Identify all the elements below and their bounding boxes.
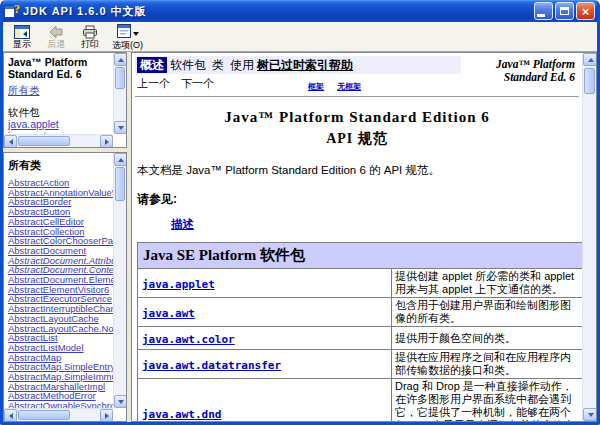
table-row: java.awt.dndDrag 和 Drop 是一种直接操作动作，在许多图形用…: [138, 379, 583, 422]
table-row: java.awt.datatransfer提供在应用程序之间和在应用程序内部传输…: [138, 350, 583, 379]
package-link-list: java.appletjava.awtjava.awt.color: [8, 118, 110, 134]
javadoc-navbar: 概述软件包类使用树已过时索引帮助 上一个 下一个 框架 无框架: [135, 56, 579, 92]
show-pane-button[interactable]: 显示: [5, 23, 39, 51]
printer-icon: [82, 25, 98, 39]
show-pane-icon: [14, 25, 30, 39]
package-description: 提供在应用程序之间和在应用程序内部传输数据的接口和类。: [392, 350, 583, 379]
close-button[interactable]: ×: [576, 2, 595, 20]
package-link[interactable]: java.applet: [142, 278, 215, 291]
package-link[interactable]: java.awt.datatransfer: [142, 359, 281, 372]
sidebar-edition-title: Java™ Platform Standard Ed. 6: [8, 56, 110, 80]
scroll-down-icon[interactable]: [114, 395, 127, 408]
title-bar[interactable]: ? JDK API 1.6.0 中文版 ×: [0, 0, 600, 22]
package-link[interactable]: java.awt.dnd: [142, 408, 221, 421]
options-button[interactable]: 选项(O): [107, 23, 148, 51]
app-window: ? JDK API 1.6.0 中文版 × 显示 后退 打印: [0, 0, 600, 425]
packages-label: 软件包: [8, 106, 110, 118]
nav-tab: 概述: [137, 57, 167, 73]
nav-tab: 使用: [227, 57, 257, 73]
noframes-link[interactable]: 无框架: [337, 82, 361, 91]
class-link[interactable]: AbstractOwnableSynchronizer: [8, 401, 113, 408]
package-cell: java.awt.datatransfer: [138, 350, 392, 379]
nav-tab[interactable]: 已过时: [269, 58, 305, 72]
navbar-divider: [135, 96, 579, 97]
classes-pane-hscrollbar[interactable]: [4, 408, 113, 421]
back-arrow-icon: [48, 25, 64, 39]
package-pane-hscroll-thumb[interactable]: [18, 136, 70, 146]
window-title: JDK API 1.6.0 中文版: [23, 4, 530, 19]
class-link-list: AbstractActionAbstractAnnotationValueVis…: [4, 178, 113, 408]
all-classes-link[interactable]: 所有类: [8, 84, 40, 96]
package-table: Java SE Platform 软件包 java.applet提供创建 app…: [137, 242, 582, 421]
prev-label: 上一个: [137, 77, 170, 89]
table-row: java.awt.color提供用于颜色空间的类。: [138, 327, 583, 350]
package-cell: java.awt.color: [138, 327, 392, 350]
nav-tab: 类: [209, 57, 227, 73]
package-pane-hscrollbar[interactable]: [4, 134, 113, 147]
options-label: 选项(O): [112, 40, 143, 51]
navigation-column: Java™ Platform Standard Ed. 6 所有类 软件包 ja…: [3, 52, 127, 422]
classes-pane-hscroll-thumb[interactable]: [18, 410, 70, 420]
package-cell: java.awt.dnd: [138, 379, 392, 422]
intro-text: 本文档是 Java™ Platform Standard Edition 6 的…: [137, 163, 579, 178]
all-classes-heading: 所有类: [4, 153, 113, 178]
content-vscroll-thumb[interactable]: [584, 68, 595, 94]
package-cell: java.applet: [138, 269, 392, 298]
window-controls: ×: [534, 2, 596, 20]
scroll-right-icon[interactable]: [100, 135, 113, 148]
see-also-label: 请参见:: [137, 191, 579, 208]
package-frame-content: Java™ Platform Standard Ed. 6 所有类 软件包 ja…: [4, 53, 113, 134]
scroll-down-icon[interactable]: [114, 121, 127, 134]
frames-link[interactable]: 框架: [308, 82, 324, 91]
classes-pane-vscrollbar[interactable]: [113, 153, 126, 408]
package-description: 提供用于颜色空间的类。: [392, 327, 583, 350]
scroll-down-icon[interactable]: [583, 408, 597, 421]
page-title: Java™ Platform Standard Edition 6 API 规范: [135, 109, 579, 148]
print-button[interactable]: 打印: [73, 23, 107, 51]
help-book-icon: ?: [4, 4, 19, 19]
nav-tab: 软件包: [167, 57, 209, 73]
client-area: Java™ Platform Standard Ed. 6 所有类 软件包 ja…: [3, 52, 597, 422]
all-classes-content: 所有类 AbstractActionAbstractAnnotationValu…: [4, 153, 113, 408]
navbar-left: 概述软件包类使用树已过时索引帮助 上一个 下一个 框架 无框架: [135, 56, 461, 92]
package-link[interactable]: java.applet: [8, 118, 110, 130]
minimize-icon: [537, 14, 545, 17]
content-pane: 概述软件包类使用树已过时索引帮助 上一个 下一个 框架 无框架: [131, 52, 597, 422]
scroll-up-icon[interactable]: [114, 53, 127, 66]
scroll-right-icon[interactable]: [100, 409, 113, 422]
package-frame-pane: Java™ Platform Standard Ed. 6 所有类 软件包 ja…: [3, 52, 127, 148]
back-label: 后退: [47, 39, 65, 50]
package-description: 提供创建 applet 所必需的类和 applet 用来与其 applet 上下…: [392, 269, 583, 298]
package-pane-vscrollbar[interactable]: [113, 53, 126, 134]
package-cell: java.awt: [138, 298, 392, 327]
package-description: Drag 和 Drop 是一种直接操作动作，在许多图形用户界面系统中都会遇到它，…: [392, 379, 583, 422]
package-pane-vscroll-thumb[interactable]: [115, 67, 125, 89]
options-icon: [117, 24, 131, 41]
scroll-up-icon[interactable]: [114, 153, 127, 166]
table-row: java.awt包含用于创建用户界面和绘制图形图像的所有类。: [138, 298, 583, 327]
all-classes-pane: 所有类 AbstractActionAbstractAnnotationValu…: [3, 152, 127, 422]
package-link[interactable]: java.awt.color: [142, 333, 235, 346]
package-link[interactable]: java.awt: [142, 307, 195, 320]
nav-tab[interactable]: 帮助: [329, 58, 353, 72]
description-link[interactable]: 描述: [171, 218, 194, 230]
scroll-left-icon[interactable]: [4, 135, 17, 148]
print-label: 打印: [81, 39, 99, 50]
nav-tab[interactable]: 树: [257, 58, 269, 72]
nav-tab[interactable]: 索引: [305, 58, 329, 72]
maximize-icon: [560, 7, 569, 15]
toolbar: 显示 后退 打印 选项(O): [3, 22, 597, 52]
maximize-button[interactable]: [555, 2, 574, 20]
minimize-button[interactable]: [534, 2, 553, 20]
scroll-up-icon[interactable]: [583, 53, 597, 66]
back-button[interactable]: 后退: [39, 23, 73, 51]
scroll-left-icon[interactable]: [4, 409, 17, 422]
classes-pane-vscroll-thumb[interactable]: [115, 167, 125, 201]
table-row: java.applet提供创建 applet 所必需的类和 applet 用来与…: [138, 269, 583, 298]
frame-links: 框架 无框架: [308, 76, 371, 92]
next-label: 下一个: [181, 77, 214, 89]
navbar-row2: 上一个 下一个 框架 无框架: [135, 74, 461, 92]
show-pane-label: 显示: [13, 39, 31, 50]
package-description: 包含用于创建用户界面和绘制图形图像的所有类。: [392, 298, 583, 327]
content-vscrollbar[interactable]: [582, 53, 596, 421]
